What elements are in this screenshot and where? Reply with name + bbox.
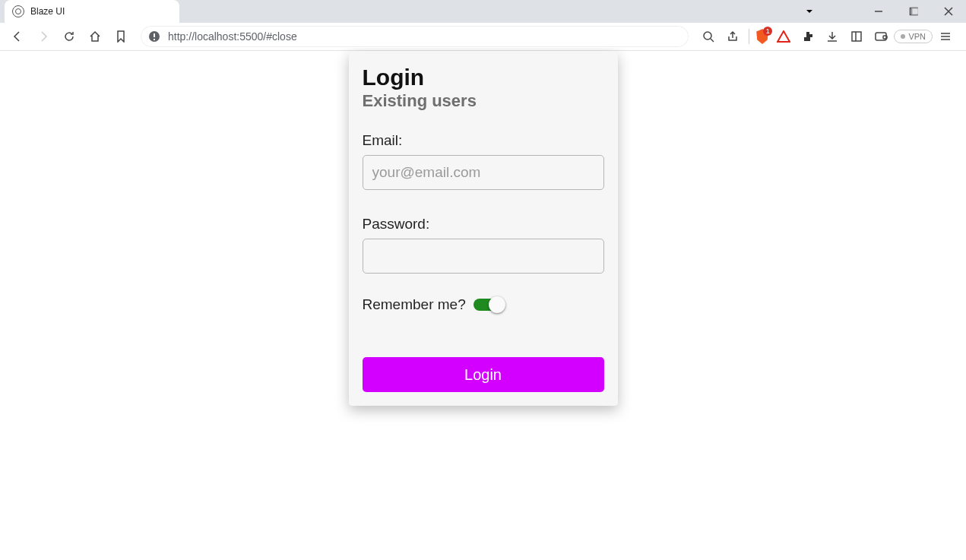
browser-toolbar: http://localhost:5500/#close 1 (0, 23, 966, 51)
close-window-button[interactable] (931, 0, 966, 23)
card-title: Login (363, 65, 604, 90)
new-tab-button[interactable] (185, 2, 207, 23)
address-bar[interactable]: http://localhost:5500/#close (140, 25, 689, 48)
svg-rect-6 (852, 32, 861, 41)
tab-strip: Blaze UI (0, 0, 966, 23)
login-card: Login Existing users Email: Password: Re… (349, 51, 618, 406)
zoom-icon[interactable] (697, 25, 720, 48)
share-icon[interactable] (721, 25, 744, 48)
login-button[interactable]: Login (363, 357, 604, 392)
card-header: Login Existing users (363, 65, 604, 111)
extensions-icon[interactable] (797, 25, 819, 48)
svg-rect-4 (154, 39, 155, 40)
sidebar-icon[interactable] (845, 25, 868, 48)
reload-button[interactable] (58, 25, 81, 48)
browser-chrome: Blaze UI (0, 0, 966, 51)
forward-button[interactable] (32, 25, 55, 48)
email-input[interactable] (363, 155, 604, 190)
svg-rect-1 (912, 8, 919, 15)
menu-icon[interactable] (934, 25, 957, 48)
svg-rect-3 (154, 33, 155, 37)
email-label: Email: (363, 132, 604, 149)
svg-point-5 (704, 32, 711, 40)
tabs-dropdown-icon[interactable] (797, 0, 822, 23)
brave-shields-icon[interactable]: 1 (754, 28, 771, 45)
maximize-button[interactable] (896, 0, 931, 23)
card-subtitle: Existing users (363, 91, 604, 111)
remember-me-toggle[interactable] (473, 299, 504, 311)
window-controls (861, 0, 966, 23)
shields-count-badge: 1 (763, 27, 772, 36)
home-button[interactable] (84, 25, 106, 48)
downloads-icon[interactable] (821, 25, 844, 48)
separator (749, 29, 749, 44)
toolbar-right: 1 VPN (697, 25, 960, 48)
password-field-group: Password: (363, 216, 604, 274)
password-label: Password: (363, 216, 604, 233)
password-input[interactable] (363, 239, 604, 274)
email-field-group: Email: (363, 132, 604, 190)
globe-icon (12, 5, 24, 17)
remember-me-row: Remember me? (363, 296, 604, 313)
tab-close-icon[interactable] (160, 5, 172, 17)
vpn-button[interactable]: VPN (894, 30, 933, 43)
tab-title: Blaze UI (30, 6, 154, 17)
browser-tab[interactable]: Blaze UI (5, 0, 179, 23)
bookmark-button[interactable] (109, 25, 132, 48)
not-secure-icon (148, 30, 160, 43)
brave-rewards-icon[interactable] (772, 25, 795, 48)
remember-me-label: Remember me? (363, 296, 466, 313)
minimize-button[interactable] (861, 0, 896, 23)
wallet-icon[interactable] (869, 25, 892, 48)
vpn-label: VPN (908, 32, 926, 41)
page-content: Login Existing users Email: Password: Re… (0, 51, 966, 406)
back-button[interactable] (6, 25, 29, 48)
toggle-knob (489, 296, 505, 313)
url-text: http://localhost:5500/#close (168, 30, 297, 43)
svg-rect-8 (883, 36, 887, 39)
